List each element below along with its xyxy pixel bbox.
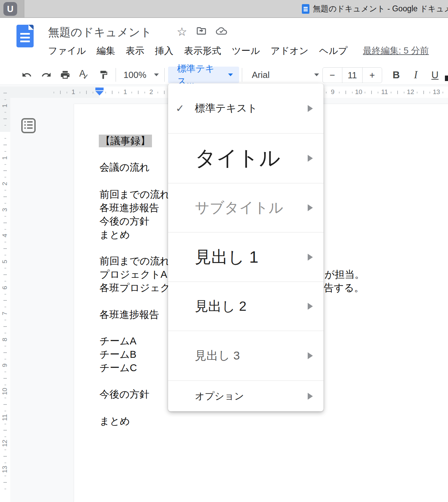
- ruler-margin-zone: [0, 87, 99, 98]
- ruler-tick: [60, 91, 61, 94]
- v-ruler-number: 3: [1, 206, 9, 214]
- style-option-subtitle[interactable]: サブタイトル: [168, 183, 323, 232]
- paragraph-styles-menu: ✓標準テキストタイトルサブタイトル見出し 1見出し 2見出し 3オプション: [168, 83, 323, 411]
- underline-button[interactable]: U: [428, 68, 442, 82]
- ruler-tick: [4, 424, 6, 424]
- menu-item-4[interactable]: 表示形式: [184, 45, 221, 57]
- browser-tab[interactable]: 無題のドキュメント - Google ドキュメン: [302, 0, 448, 18]
- logo-line: [20, 37, 30, 38]
- app-button-u[interactable]: U: [3, 2, 17, 16]
- font-family-select[interactable]: Arial: [248, 68, 323, 82]
- ruler-tick: [131, 92, 132, 93]
- h-ruler-number: 12: [407, 88, 414, 96]
- paragraph-style-select[interactable]: 標準テキス...: [168, 67, 239, 83]
- ruler-tick: [4, 333, 6, 333]
- first-line-indent-marker[interactable]: [95, 88, 104, 90]
- star-button-icon[interactable]: ☆: [177, 26, 187, 37]
- ruler-tick: [164, 91, 165, 94]
- left-indent-marker[interactable]: [95, 91, 104, 95]
- submenu-arrow-icon: [308, 155, 313, 162]
- logo-line: [20, 33, 30, 35]
- zoom-select[interactable]: 100%: [121, 68, 162, 82]
- ruler-tick: [3, 300, 7, 301]
- undo-button[interactable]: [20, 68, 34, 82]
- style-option-title[interactable]: タイトル: [168, 134, 323, 183]
- style-option-h2[interactable]: 見出し 2: [168, 282, 323, 331]
- ruler-tick: [4, 476, 6, 476]
- ruler-tick: [4, 489, 6, 489]
- document-outline-button[interactable]: [21, 118, 36, 133]
- style-option-normal[interactable]: ✓標準テキスト: [168, 83, 323, 133]
- last-edit-link[interactable]: 最終編集: 5 分前: [363, 45, 429, 57]
- ruler-tick: [417, 92, 417, 93]
- ruler-tick: [4, 398, 6, 398]
- style-option-label: サブタイトル: [195, 198, 283, 217]
- ruler-tick: [4, 164, 6, 165]
- ruler-tick: [4, 125, 6, 126]
- chevron-down-icon: [228, 73, 233, 76]
- spellcheck-button[interactable]: A✓: [78, 68, 91, 82]
- style-option-h1[interactable]: 見出し 1: [168, 232, 323, 282]
- ruler-tick: [3, 248, 7, 249]
- submenu-arrow-icon: [308, 393, 313, 400]
- ruler-tick: [3, 456, 7, 457]
- menu-item-1[interactable]: 編集: [97, 45, 115, 57]
- paint-format-button[interactable]: [97, 68, 110, 82]
- h-ruler-number: 10: [355, 88, 362, 96]
- menu-item-2[interactable]: 表示: [126, 45, 144, 57]
- toolbar: A✓ 100% 標準テキス... Arial − 11 + B I U: [0, 65, 448, 85]
- menu-item-0[interactable]: ファイル: [48, 45, 86, 57]
- spellcheck-icon: A✓: [79, 69, 90, 81]
- h-ruler-number: 11: [381, 88, 388, 96]
- indent-marker[interactable]: [95, 88, 104, 95]
- ruler-tick: [3, 378, 7, 379]
- italic-button[interactable]: I: [409, 68, 423, 82]
- cloud-saved-icon[interactable]: [216, 26, 227, 37]
- h-ruler-number: 1: [72, 88, 75, 96]
- style-option-label: タイトル: [195, 144, 281, 172]
- ruler-tick: [4, 372, 6, 372]
- font-size-control: − 11 +: [322, 67, 382, 83]
- v-ruler-number: 2: [1, 180, 9, 187]
- submenu-arrow-icon: [308, 105, 313, 112]
- ruler-tick: [345, 91, 346, 94]
- bold-button[interactable]: B: [389, 68, 403, 82]
- ruler-tick: [339, 92, 340, 93]
- print-button[interactable]: [58, 68, 72, 82]
- ruler-tick: [423, 91, 424, 94]
- ruler-tick: [4, 307, 6, 307]
- style-option-options[interactable]: オプション: [168, 381, 323, 411]
- ruler-tick: [3, 196, 7, 197]
- v-ruler-number: 1: [1, 154, 9, 162]
- h-ruler-number: 2: [149, 88, 153, 96]
- menu-item-6[interactable]: アドオン: [271, 45, 309, 57]
- header-actions: ☆: [177, 25, 227, 38]
- v-ruler-number: 13: [1, 466, 9, 473]
- undo-icon: [22, 70, 32, 80]
- docs-logo-icon[interactable]: [16, 25, 34, 47]
- zoom-value: 100%: [123, 70, 146, 80]
- h-ruler-number: 1: [123, 88, 127, 96]
- menu-item-5[interactable]: ツール: [232, 45, 260, 57]
- menu-item-7[interactable]: ヘルプ: [319, 45, 347, 57]
- document-title-input[interactable]: 無題のドキュメント: [48, 25, 152, 40]
- ruler-tick: [371, 91, 372, 94]
- ruler-tick: [3, 404, 7, 405]
- style-option-h3[interactable]: 見出し 3: [168, 331, 323, 380]
- v-ruler-number: 1: [1, 102, 9, 110]
- font-size-input[interactable]: 11: [342, 68, 363, 83]
- move-folder-icon[interactable]: [196, 25, 207, 38]
- ruler-tick: [4, 449, 6, 450]
- toolbar-cutoff-icon[interactable]: [445, 76, 448, 81]
- docs-header: 無題のドキュメント ☆ ファイル編集表示挿入表示形式ツールアドオンヘルプ 最終編…: [0, 18, 448, 65]
- style-option-label: 見出し 2: [195, 297, 246, 316]
- menu-item-3[interactable]: 挿入: [155, 45, 174, 57]
- v-ruler-number: 4: [1, 232, 9, 239]
- logo-line: [20, 41, 30, 42]
- ruler-tick: [3, 326, 7, 327]
- redo-button[interactable]: [39, 68, 53, 82]
- browser-tab-strip: U 無題のドキュメント - Google ドキュメン: [0, 0, 448, 18]
- decrease-font-button[interactable]: −: [323, 68, 342, 83]
- ruler-tick: [391, 92, 391, 93]
- increase-font-button[interactable]: +: [363, 68, 382, 83]
